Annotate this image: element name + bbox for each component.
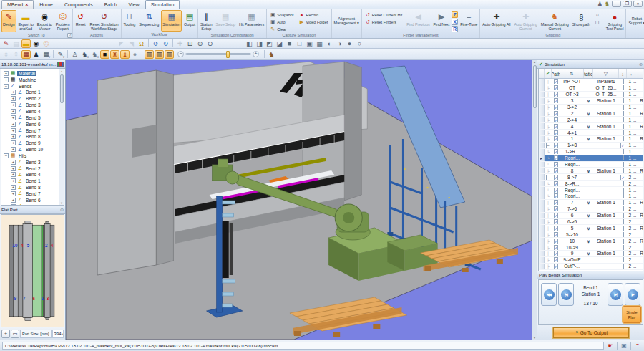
sad-face-icon[interactable]: ☹ bbox=[42, 39, 51, 48]
video-folder-button[interactable]: ▶Video Folder bbox=[296, 19, 330, 25]
folder-icon[interactable]: ▬ bbox=[21, 39, 31, 48]
option-checkbox[interactable] bbox=[623, 200, 624, 205]
expander-icon[interactable]: + bbox=[11, 122, 16, 127]
prev-bend-button[interactable]: |◀ bbox=[558, 283, 574, 306]
view-sphere1-icon[interactable]: ◐ bbox=[325, 39, 334, 48]
sim-row-1[interactable]: ├✓1∨Station 11 ...R bbox=[539, 136, 643, 143]
row-selector[interactable] bbox=[539, 143, 545, 148]
row-selector[interactable] bbox=[539, 219, 545, 225]
reset-fingers-button[interactable]: ↺Reset Fingers bbox=[363, 19, 405, 25]
row-checkbox[interactable]: ✓ bbox=[554, 111, 559, 116]
fingers-col-icon[interactable]: ↕ bbox=[619, 69, 627, 78]
tree-item-material[interactable]: +▦Material bbox=[1, 70, 64, 77]
row-checkbox[interactable]: ✓ bbox=[554, 155, 559, 160]
flat-part-header[interactable]: Flat Part ⊙ bbox=[0, 206, 65, 214]
option-checkbox[interactable] bbox=[623, 155, 624, 160]
zoom-window-icon[interactable]: ⊞ bbox=[185, 39, 195, 48]
row-selector[interactable] bbox=[539, 85, 545, 91]
sim-row-2[interactable]: ├✓2∨Station 11 ...R bbox=[539, 110, 643, 117]
expander-icon[interactable]: + bbox=[11, 191, 16, 196]
view-left-icon[interactable]: ▣ bbox=[305, 39, 314, 48]
option-checkbox[interactable] bbox=[623, 219, 624, 224]
tree-item-bend-2[interactable]: +∠Bend 2 bbox=[1, 165, 64, 172]
lock-icon[interactable]: Ω bbox=[137, 39, 146, 48]
app-menu-tab[interactable]: MBend × bbox=[1, 0, 34, 9]
zoom-out-button[interactable]: − bbox=[177, 51, 184, 57]
tree-item-bend-3[interactable]: +∠Bend 3 bbox=[1, 102, 64, 108]
expander-icon[interactable]: + bbox=[11, 90, 16, 95]
pallet-view1-icon[interactable]: ▥ bbox=[145, 50, 154, 59]
show-hit-icon[interactable]: ▦ bbox=[21, 50, 31, 59]
expander-icon[interactable]: + bbox=[11, 134, 16, 139]
row-selector[interactable] bbox=[539, 264, 545, 269]
viewport-scrollbar[interactable]: ▲▼ bbox=[532, 60, 537, 340]
row-checkbox[interactable]: ✓ bbox=[554, 136, 559, 141]
view-back-icon[interactable]: □ bbox=[295, 39, 304, 48]
sim-row-41[interactable]: ├✓4->11 ... bbox=[539, 130, 643, 136]
rotate-free-icon[interactable]: ↻ bbox=[161, 39, 170, 48]
reset-workflow-stage-button[interactable]: ↺Reset Simulation Workflow Stage bbox=[89, 10, 120, 32]
option-checkbox[interactable] bbox=[623, 136, 624, 141]
sim-row-3[interactable]: ├✓3∨Station 11 ...R bbox=[539, 98, 643, 105]
sim-row-87[interactable]: −✓8->7✓2 ... bbox=[539, 174, 643, 181]
row-selector[interactable] bbox=[539, 117, 545, 122]
select-arrow2-icon[interactable]: ◥ bbox=[127, 39, 136, 48]
row-checkbox[interactable]: ✓ bbox=[554, 206, 559, 211]
tree-item-bend-9[interactable]: +∠Bend 9 bbox=[1, 140, 64, 146]
row-checkbox[interactable]: ✓ bbox=[554, 226, 559, 231]
option-checkbox[interactable] bbox=[623, 188, 624, 193]
dropdown-arrow-icon[interactable]: ▼ bbox=[87, 55, 89, 59]
finger-raise-icon[interactable]: ⇞ bbox=[11, 50, 21, 59]
expander-icon[interactable]: + bbox=[11, 115, 16, 120]
tooling-button[interactable]: ⊔Tooling bbox=[122, 10, 137, 32]
measure-pen-icon[interactable]: ✎▼ bbox=[56, 50, 65, 59]
eye-icon[interactable]: ◉ bbox=[31, 39, 41, 48]
filter-col-icon[interactable]: ▽ bbox=[593, 69, 619, 78]
option-checkbox[interactable] bbox=[623, 232, 624, 237]
zoom-in-icon[interactable]: ⊕ bbox=[195, 39, 205, 48]
row-selector[interactable] bbox=[539, 200, 545, 206]
tree-item-bend-4[interactable]: +∠Bend 4 bbox=[1, 108, 64, 115]
row-selector[interactable] bbox=[539, 168, 545, 173]
dropdown-arrow-icon[interactable]: ▼ bbox=[97, 55, 99, 59]
option-checkbox[interactable] bbox=[623, 245, 624, 250]
expander-icon[interactable]: + bbox=[11, 198, 16, 203]
sim-row-Regri[interactable]: └✓Regri...1 ... bbox=[539, 193, 643, 200]
view-right-icon[interactable]: ▦ bbox=[315, 39, 324, 48]
option-checkbox[interactable] bbox=[623, 181, 624, 186]
option-checkbox[interactable] bbox=[623, 168, 624, 173]
zoom-out-icon[interactable]: ⊖ bbox=[205, 39, 215, 48]
pin-icon[interactable]: ⊙ bbox=[60, 207, 64, 212]
tree-item-bend-5[interactable]: +∠Bend 5 bbox=[1, 203, 64, 206]
row-selector[interactable]: ► bbox=[539, 155, 545, 161]
row-checkbox[interactable]: ✓ bbox=[554, 175, 559, 180]
close-button[interactable]: × bbox=[633, 1, 643, 7]
row-selector[interactable] bbox=[539, 130, 545, 135]
machine-view-icon[interactable]: ▦▼ bbox=[42, 50, 51, 59]
sim-row-8R[interactable]: └✓8->R...2 ... bbox=[539, 181, 643, 187]
row-selector[interactable] bbox=[539, 225, 545, 231]
row-checkbox[interactable]: ✓ bbox=[554, 130, 559, 135]
row-selector[interactable] bbox=[539, 174, 545, 180]
sim-row-5[interactable]: ├✓5∨Station 12 ...R bbox=[539, 225, 643, 231]
design-button[interactable]: ✎Design bbox=[1, 10, 16, 32]
station-setup-button[interactable]: ∥Station Setup bbox=[199, 10, 213, 32]
snapshot-button[interactable]: ▣Snapshot bbox=[268, 11, 296, 18]
sim-row-Regri[interactable]: └✓Regri...1 ... bbox=[539, 187, 643, 193]
sim-row-OutP[interactable]: ├✓OutP-...2 ... bbox=[539, 264, 643, 270]
simulation-button[interactable]: ▦Simulation bbox=[161, 10, 182, 32]
axis-z-button[interactable]: Z bbox=[452, 11, 458, 18]
option-checkbox[interactable] bbox=[623, 257, 624, 262]
tree-item-bend-6[interactable]: +∠Bend 6 bbox=[1, 121, 64, 128]
sim-row-9OutP[interactable]: ├✓9->OutP2 ... bbox=[539, 257, 643, 264]
view-front-icon[interactable]: ■ bbox=[285, 39, 294, 48]
fit-button[interactable]: + bbox=[1, 330, 10, 338]
view-iso-se-icon[interactable]: ◪ bbox=[275, 39, 284, 48]
auto-gripping-current-button[interactable]: ✚Auto Gripping Current bbox=[512, 10, 538, 32]
restore-button[interactable]: ❒ bbox=[623, 1, 632, 7]
alignment-management-button[interactable]: Alignment Management ▾ bbox=[333, 10, 361, 32]
row-checkbox[interactable]: ✓ bbox=[554, 232, 559, 237]
row-selector[interactable] bbox=[539, 149, 545, 155]
forklift-icon[interactable]: ♝ bbox=[120, 50, 130, 59]
zoom-in-button[interactable]: + bbox=[253, 51, 259, 57]
